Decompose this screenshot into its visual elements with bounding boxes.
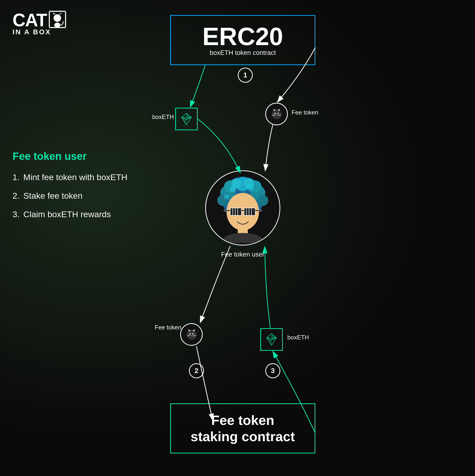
step-circle-2: 2: [189, 363, 204, 378]
svg-point-4: [54, 23, 60, 28]
svg-point-62: [193, 333, 193, 334]
cat-icon-bottom: [185, 328, 198, 341]
user-label: Fee token user: [215, 251, 270, 258]
svg-point-3: [54, 14, 61, 22]
user-circle: [205, 170, 280, 246]
eth-icon-bottom: [260, 328, 283, 351]
svg-point-38: [272, 109, 282, 119]
label-boxeth-bottom-right: boxETH: [287, 334, 309, 341]
erc20-subtitle: boxETH token contract: [210, 49, 276, 57]
step-circle-1-label: 1: [243, 71, 247, 79]
svg-point-16: [247, 184, 254, 191]
svg-rect-24: [224, 210, 231, 211]
step-num-3: 3.: [13, 209, 20, 219]
step-list: 1. Mint fee token with boxETH 2. Stake f…: [13, 172, 127, 219]
svg-point-56: [186, 329, 196, 339]
label-feetoken-bottom: Fee token: [155, 324, 181, 331]
svg-rect-25: [255, 210, 262, 211]
step-circle-2-label: 2: [194, 367, 198, 375]
label-feetoken-right: Fee token: [292, 109, 318, 116]
fee-token-user-heading: Fee token user: [13, 150, 127, 162]
staking-box: Fee tokenstaking contract: [170, 403, 315, 453]
step-text-3: Claim boxETH rewards: [23, 209, 111, 219]
step-num-2: 2.: [13, 191, 20, 201]
step-num-1: 1.: [13, 172, 20, 182]
svg-point-15: [230, 186, 236, 192]
step-item-2: 2. Stake fee token: [13, 191, 127, 201]
svg-marker-1: [53, 13, 56, 15]
svg-point-61: [190, 333, 191, 334]
logo-box-icon: [48, 10, 68, 30]
svg-point-9: [257, 195, 268, 206]
step-circle-3: 3: [265, 363, 280, 378]
step-text-1: Mint fee token with boxETH: [23, 172, 127, 182]
step-item-3: 3. Claim boxETH rewards: [13, 209, 127, 219]
fee-icon-bottom: [180, 323, 203, 346]
step-circle-1: 1: [238, 68, 253, 83]
svg-point-17: [224, 194, 229, 199]
erc20-title: ERC20: [202, 24, 283, 49]
eth-icon-top: [175, 108, 198, 130]
eth-diamond-top: [180, 113, 193, 125]
logo: CAT IN A BOX: [13, 10, 73, 36]
step-item-1: 1. Mint fee token with boxETH: [13, 172, 127, 182]
cat-icon-top: [270, 107, 284, 121]
svg-rect-22: [244, 208, 255, 215]
svg-point-43: [275, 113, 276, 114]
eth-diamond-bottom: [265, 333, 278, 346]
svg-rect-23: [241, 210, 245, 211]
svg-point-44: [278, 113, 279, 114]
left-content-section: Fee token user 1. Mint fee token with bo…: [13, 150, 127, 228]
fee-icon-top: [265, 103, 288, 125]
user-avatar-svg: [208, 173, 278, 243]
label-boxeth-left: boxETH: [152, 113, 174, 121]
erc20-box: ERC20 boxETH token contract: [170, 15, 315, 65]
logo-cat-text: CAT: [13, 11, 47, 29]
step-circle-3-label: 3: [271, 367, 275, 375]
staking-title: Fee tokenstaking contract: [190, 412, 295, 445]
svg-marker-2: [59, 13, 62, 15]
svg-point-20: [223, 233, 263, 243]
step-text-2: Stake fee token: [23, 191, 82, 201]
svg-rect-21: [230, 208, 242, 215]
